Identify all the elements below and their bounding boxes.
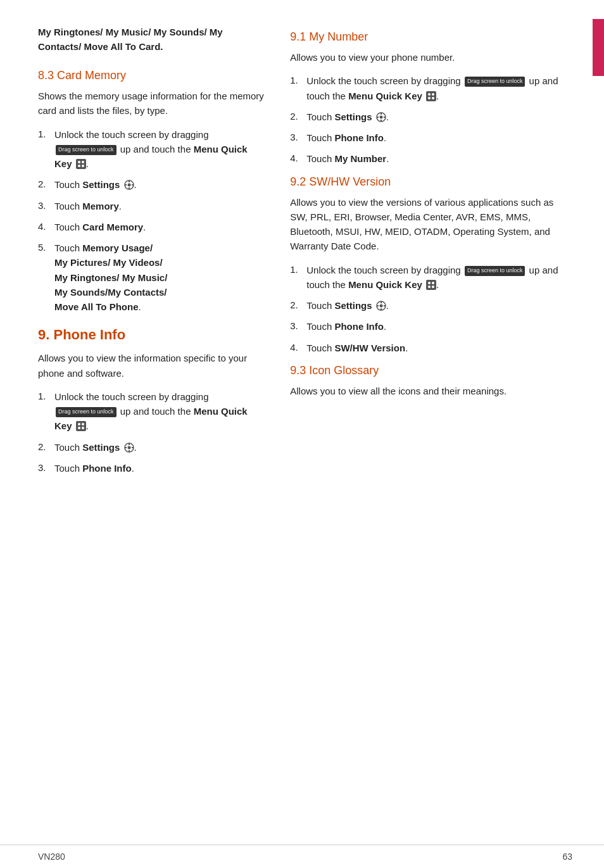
svg-point-34 [428, 282, 431, 284]
section-83-steps: 1. Unlock the touch screen by dragging D… [38, 127, 265, 315]
step-content: Touch Settings . [306, 298, 572, 313]
svg-point-25 [428, 97, 431, 99]
bold-text: Settings [82, 179, 120, 190]
svg-rect-31 [377, 116, 379, 118]
drag-badge: Drag screen to unlock [56, 145, 116, 155]
svg-point-37 [432, 286, 434, 288]
section-83-body: Shows the memory usage information for t… [38, 89, 265, 118]
right-tab [593, 19, 604, 76]
svg-point-36 [428, 286, 431, 288]
bold-text: Settings [334, 111, 372, 122]
svg-rect-19 [129, 450, 130, 452]
menu-quick-key-icon [426, 280, 436, 290]
svg-point-15 [82, 427, 84, 429]
svg-point-1 [78, 161, 80, 163]
step-content: Touch Phone Info. [54, 461, 265, 475]
step-number: 5. [38, 241, 54, 255]
drag-badge: Drag screen to unlock [465, 266, 525, 276]
svg-rect-41 [381, 308, 382, 310]
bold-text: SW/HW Version [334, 343, 405, 353]
list-item: 1. Unlock the touch screen by dragging D… [38, 127, 265, 172]
svg-rect-9 [125, 184, 127, 186]
step-number: 3. [38, 199, 54, 213]
step-content: Touch SW/HW Version. [306, 341, 572, 355]
svg-point-23 [428, 93, 431, 96]
list-item: 3. Touch Phone Info. [290, 319, 572, 334]
svg-rect-40 [381, 301, 382, 303]
svg-point-17 [127, 446, 130, 449]
step-number: 1. [290, 263, 306, 277]
bold-text: Card Memory [82, 222, 143, 232]
settings-icon [124, 443, 134, 453]
svg-rect-22 [426, 91, 436, 101]
footer-model: VN280 [38, 852, 65, 862]
step-number: 3. [38, 461, 54, 475]
step-number: 4. [290, 341, 306, 355]
list-item: 2. Touch Settings . [290, 298, 572, 313]
bold-text: Phone Info [82, 463, 132, 474]
section-93-heading: 9.3 Icon Glossary [290, 364, 572, 377]
list-item: 5. Touch Memory Usage/My Pictures/ My Vi… [38, 241, 265, 314]
svg-rect-8 [129, 187, 130, 189]
section-91-heading: 9.1 My Number [290, 30, 572, 44]
bold-text: Memory [82, 201, 119, 211]
step-number: 2. [38, 440, 54, 455]
step-number: 1. [290, 73, 306, 88]
step-number: 2. [38, 177, 54, 192]
left-column: My Ringtones/ My Music/ My Sounds/ My Co… [38, 25, 284, 845]
svg-rect-29 [381, 113, 382, 115]
step-number: 1. [38, 127, 54, 142]
section-9-body: Allows you to view the information speci… [38, 351, 265, 381]
list-item: 1. Unlock the touch screen by dragging D… [290, 73, 572, 103]
step-content: Touch Settings . [306, 110, 572, 124]
step-content: Unlock the touch screen by dragging Drag… [54, 127, 265, 172]
step-content: Unlock the touch screen by dragging Drag… [306, 73, 572, 103]
svg-point-28 [379, 115, 382, 118]
list-item: 4. Touch My Number. [290, 151, 572, 166]
bold-text: Menu Quick Key [348, 91, 422, 101]
section-93-body: Allows you to view all the icons and the… [290, 384, 572, 398]
step-content: Touch Settings . [54, 440, 265, 455]
list-item: 4. Touch Card Memory. [38, 220, 265, 234]
bold-text: Memory Usage/My Pictures/ My Videos/My R… [54, 242, 167, 312]
menu-quick-key-icon [426, 91, 436, 101]
svg-point-14 [78, 427, 80, 429]
svg-point-3 [78, 165, 80, 167]
svg-point-39 [379, 305, 382, 308]
step-number: 2. [290, 298, 306, 313]
svg-rect-33 [426, 280, 436, 290]
list-item: 2. Touch Settings . [290, 110, 572, 124]
list-item: 1. Unlock the touch screen by dragging D… [290, 263, 572, 292]
step-content: Touch Memory Usage/My Pictures/ My Video… [54, 241, 265, 314]
list-item: 1. Unlock the touch screen by dragging D… [38, 389, 265, 434]
step-content: Unlock the touch screen by dragging Drag… [54, 389, 265, 434]
settings-icon [376, 112, 386, 122]
content-area: My Ringtones/ My Music/ My Sounds/ My Co… [0, 25, 604, 845]
list-item: 2. Touch Settings . [38, 177, 265, 192]
step-content: Touch Memory. [54, 199, 265, 213]
svg-point-6 [127, 184, 130, 187]
section-91-body: Allows you to view your phone number. [290, 50, 572, 65]
drag-badge: Drag screen to unlock [465, 77, 525, 87]
menu-quick-key-icon [76, 159, 86, 169]
svg-rect-7 [129, 180, 130, 182]
step-content: Touch Card Memory. [54, 220, 265, 234]
section-9-steps: 1. Unlock the touch screen by dragging D… [38, 389, 265, 475]
section-91-steps: 1. Unlock the touch screen by dragging D… [290, 73, 572, 166]
bold-text: Settings [334, 300, 372, 311]
svg-point-12 [78, 423, 80, 425]
page-wrapper: My Ringtones/ My Music/ My Sounds/ My Co… [0, 0, 604, 868]
svg-point-26 [432, 97, 434, 99]
svg-rect-0 [76, 159, 86, 169]
drag-badge: Drag screen to unlock [56, 407, 116, 417]
svg-point-4 [82, 165, 84, 167]
step-content: Touch My Number. [306, 151, 572, 166]
settings-icon [376, 301, 386, 311]
svg-rect-43 [384, 305, 386, 306]
svg-rect-18 [129, 443, 130, 445]
right-column: 9.1 My Number Allows you to view your ph… [284, 25, 572, 845]
footer: VN280 63 [0, 845, 604, 868]
settings-icon [124, 180, 134, 190]
svg-point-13 [82, 423, 84, 425]
step-number: 3. [290, 319, 306, 334]
